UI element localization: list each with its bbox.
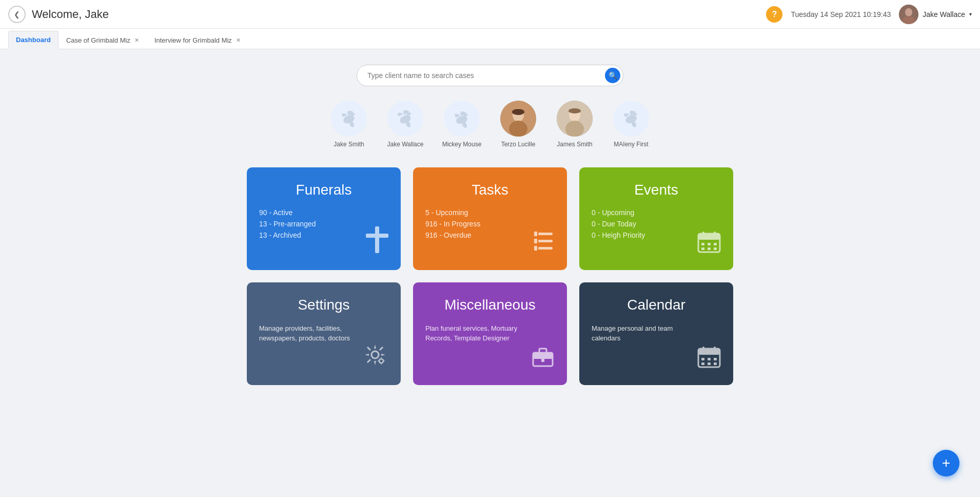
- svg-rect-32: [708, 243, 711, 245]
- cross-icon: [366, 226, 388, 258]
- calendar-card[interactable]: Calendar Manage personal and team calend…: [579, 282, 733, 385]
- search-button[interactable]: 🔍: [605, 68, 620, 83]
- client-avatar-jake-smith: [331, 101, 367, 137]
- james-photo: [557, 101, 593, 137]
- search-bar-container: 🔍: [357, 65, 623, 86]
- svg-rect-28: [698, 234, 720, 240]
- client-avatar-mickey-mouse: [444, 101, 480, 137]
- svg-rect-52: [708, 362, 711, 365]
- svg-rect-33: [714, 243, 717, 245]
- svg-rect-46: [702, 347, 704, 352]
- client-name-mickey-mouse: Mickey Mouse: [442, 141, 482, 149]
- svg-point-16: [569, 108, 581, 113]
- client-terzo-lucille[interactable]: Terzo Lucille: [495, 101, 541, 149]
- settings-title: Settings: [259, 297, 388, 313]
- tasks-list-icon: [531, 230, 555, 258]
- tasks-title: Tasks: [425, 182, 555, 198]
- svg-rect-43: [541, 357, 544, 362]
- misc-box-icon: [531, 345, 555, 373]
- svg-rect-48: [701, 358, 704, 360]
- tab-dashboard[interactable]: Dashboard: [8, 31, 58, 49]
- settings-description: Manage providers, facilities, newspapers…: [259, 323, 362, 343]
- recent-clients: Jake Smith Jake Wallace: [326, 101, 654, 149]
- client-avatar-maleny-first: [613, 101, 649, 137]
- tab-case-grimbald[interactable]: Case of Grimbald Miz ✕: [58, 31, 147, 49]
- terzo-photo-icon: [500, 101, 536, 137]
- avatar: [899, 5, 918, 24]
- svg-point-12: [512, 109, 524, 115]
- tab-interview-label: Interview for Grimbald Miz: [154, 36, 232, 44]
- svg-rect-47: [714, 347, 716, 352]
- events-card[interactable]: Events 0 - Upcoming 0 - Due Today 0 - He…: [579, 167, 733, 270]
- svg-rect-20: [366, 234, 388, 238]
- client-maleny-first[interactable]: MAIeny First: [608, 101, 654, 149]
- funerals-title: Funerals: [259, 182, 388, 198]
- tasks-stat-2: 916 - In Progress: [425, 220, 555, 228]
- misc-title: Miscellaneous: [425, 297, 555, 313]
- client-avatar-james-smith: [557, 101, 593, 137]
- gear-icon: [362, 341, 388, 373]
- dove-icon: [618, 106, 644, 131]
- fab-icon: +: [942, 455, 950, 471]
- client-name-maleny-first: MAIeny First: [614, 141, 648, 149]
- svg-rect-51: [701, 362, 704, 365]
- welcome-title: Welcome, Jake: [32, 8, 766, 21]
- terzo-photo: [500, 101, 536, 137]
- svg-point-4: [350, 113, 354, 116]
- client-jake-smith[interactable]: Jake Smith: [326, 101, 372, 149]
- avatar-image: [899, 5, 918, 24]
- funerals-card[interactable]: Funerals 90 - Active 13 - Pre-arranged 1…: [247, 167, 401, 270]
- calendar-icon-card: [697, 345, 721, 373]
- client-name-jake-smith: Jake Smith: [334, 141, 364, 149]
- svg-point-8: [463, 114, 466, 117]
- calendar-title: Calendar: [592, 297, 721, 313]
- tasks-card[interactable]: Tasks 5 - Upcoming 916 - In Progress 916…: [413, 167, 567, 270]
- calendar-icon-events: [697, 230, 721, 258]
- svg-rect-19: [375, 226, 379, 253]
- tab-case-close-icon[interactable]: ✕: [134, 37, 139, 44]
- back-icon: ❮: [14, 10, 20, 18]
- user-photo-icon: [899, 5, 918, 24]
- svg-point-1: [905, 8, 912, 16]
- tab-case-label: Case of Grimbald Miz: [66, 36, 130, 44]
- client-avatar-terzo-lucille: [500, 101, 536, 137]
- svg-point-18: [633, 113, 636, 116]
- svg-rect-36: [714, 247, 717, 250]
- search-input[interactable]: [357, 65, 623, 86]
- svg-rect-21: [538, 233, 553, 235]
- dashboard-grid: Funerals 90 - Active 13 - Pre-arranged 1…: [247, 167, 733, 385]
- client-mickey-mouse[interactable]: Mickey Mouse: [439, 101, 485, 149]
- svg-rect-26: [534, 246, 537, 251]
- user-menu[interactable]: Jake Wallace ▾: [899, 5, 972, 24]
- svg-rect-25: [538, 247, 553, 250]
- client-jake-wallace[interactable]: Jake Wallace: [382, 101, 428, 149]
- help-label: ?: [772, 10, 777, 19]
- svg-rect-34: [701, 247, 704, 250]
- svg-rect-23: [538, 240, 553, 242]
- back-button[interactable]: ❮: [8, 6, 26, 23]
- calendar-description: Manage personal and team calendars: [592, 323, 694, 343]
- tab-dashboard-label: Dashboard: [16, 36, 51, 44]
- header-right: ? Tuesday 14 Sep 2021 10:19:43 Jake Wall…: [766, 5, 972, 24]
- svg-point-6: [407, 112, 410, 116]
- svg-rect-49: [708, 358, 711, 360]
- dove-icon: [336, 106, 362, 131]
- events-stat-2: 0 - Due Today: [592, 220, 721, 228]
- svg-rect-45: [698, 349, 720, 355]
- fab-button[interactable]: +: [933, 450, 959, 476]
- settings-card[interactable]: Settings Manage providers, facilities, n…: [247, 282, 401, 385]
- tab-interview-grimbald[interactable]: Interview for Grimbald Miz ✕: [147, 31, 248, 49]
- help-button[interactable]: ?: [766, 6, 782, 23]
- client-name-terzo-lucille: Terzo Lucille: [501, 141, 536, 149]
- misc-card[interactable]: Miscellaneous Plan funeral services, Mor…: [413, 282, 567, 385]
- events-title: Events: [592, 182, 721, 198]
- header: ❮ Welcome, Jake ? Tuesday 14 Sep 2021 10…: [0, 0, 980, 29]
- client-avatar-jake-wallace: [387, 101, 423, 137]
- funerals-stat-1: 90 - Active: [259, 208, 388, 217]
- username-label: Jake Wallace: [923, 10, 965, 18]
- tab-interview-close-icon[interactable]: ✕: [236, 37, 241, 44]
- client-james-smith[interactable]: James Smith: [552, 101, 598, 149]
- client-name-james-smith: James Smith: [557, 141, 592, 149]
- dove-icon: [393, 106, 418, 131]
- svg-rect-35: [708, 247, 711, 250]
